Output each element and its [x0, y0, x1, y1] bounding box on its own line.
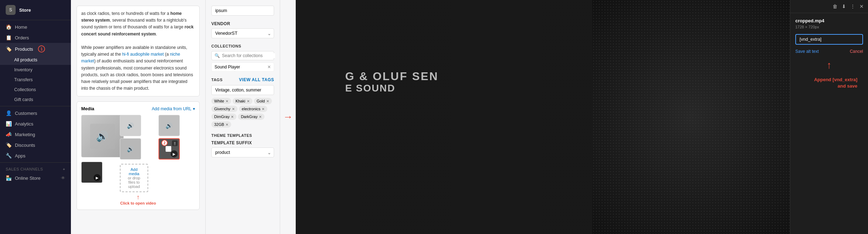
- alt-text-input[interactable]: [795, 34, 863, 45]
- media-title: Media: [81, 106, 94, 111]
- vendor-group: [211, 6, 274, 16]
- store-icon: S: [6, 5, 16, 15]
- search-collections[interactable]: 🔍: [211, 51, 274, 60]
- tag-gold-label: Gold: [257, 99, 265, 103]
- sidebar: S Store 🏠 Home 📋 Orders 🏷️ Products 1 Al…: [0, 0, 71, 234]
- tags-list: White ✕ Khaki ✕ Gold ✕ Givenchy ✕ electr…: [211, 98, 274, 128]
- sidebar-item-home[interactable]: 🏠 Home: [0, 22, 71, 32]
- description-text-1: as clock radios, tens or hundreds of wat…: [81, 10, 195, 38]
- discounts-icon: 🏷️: [6, 142, 11, 148]
- more-icon[interactable]: ⋮: [850, 4, 855, 9]
- tag-givenchy-close[interactable]: ✕: [232, 107, 235, 111]
- hifi-link[interactable]: hi-fi audiophile market: [122, 52, 163, 57]
- tags-input[interactable]: [211, 85, 274, 95]
- sidebar-label-orders: Orders: [15, 35, 29, 40]
- tags-title: TAGS View all tags: [211, 77, 274, 82]
- store-name: Store: [19, 7, 31, 13]
- products-badge: 1: [38, 45, 45, 52]
- sidebar-item-analytics[interactable]: 📊 Analytics: [0, 118, 71, 129]
- eye-icon[interactable]: 👁: [61, 176, 65, 180]
- search-collections-input[interactable]: [222, 53, 275, 58]
- upload-sub: or drop files to upload: [125, 176, 143, 189]
- sidebar-label-online-store: Online Store: [15, 176, 40, 181]
- collections-title: COLLECTIONS: [211, 44, 274, 48]
- tag-darkgray-close[interactable]: ✕: [259, 115, 262, 119]
- upload-link[interactable]: Add media: [125, 167, 143, 176]
- tag-khaki-close[interactable]: ✕: [247, 99, 250, 103]
- up-arrow-icon: ↑: [795, 60, 863, 71]
- template-suffix-label: Template suffix: [211, 140, 274, 145]
- sidebar-label-discounts: Discounts: [15, 143, 35, 148]
- vendor-field[interactable]: [211, 28, 274, 38]
- tag-darkgray-label: DarkGray: [241, 115, 257, 119]
- vendor-select-wrap: [211, 28, 274, 38]
- sidebar-item-marketing[interactable]: 📣 Marketing: [0, 129, 71, 140]
- vendor-select-group: Vendor: [211, 21, 274, 38]
- orders-icon: 📋: [6, 35, 11, 40]
- theme-title: Theme templates: [211, 133, 274, 138]
- drag-handle[interactable]: ⣿: [172, 140, 178, 146]
- sidebar-item-collections[interactable]: Collections: [0, 85, 71, 95]
- collections-group: COLLECTIONS 🔍 Sound Player ✕: [211, 44, 274, 72]
- collection-tag-close[interactable]: ✕: [267, 65, 271, 69]
- template-suffix-input[interactable]: [211, 147, 274, 157]
- sidebar-label-all-products: All products: [14, 57, 37, 62]
- sidebar-item-discounts[interactable]: 🏷️ Discounts: [0, 140, 71, 150]
- media-thumb-dark[interactable]: ▶: [81, 162, 102, 183]
- sidebar-label-products: Products: [15, 46, 33, 52]
- sidebar-label-inventory: Inventory: [14, 67, 32, 72]
- media-grid: 🔊 🔊 🔊 🔊 ⣿ ▶ 2: [81, 115, 195, 192]
- sidebar-item-customers[interactable]: 👤 Customers: [0, 108, 71, 118]
- sidebar-item-products[interactable]: 🏷️ Products 1: [0, 43, 71, 55]
- sidebar-label-marketing: Marketing: [15, 132, 35, 137]
- view-all-tags-link[interactable]: View all tags: [239, 77, 274, 82]
- online-store-icon: 🏪: [6, 175, 11, 181]
- alt-text-wrap: [795, 34, 863, 45]
- sidebar-label-analytics: Analytics: [15, 121, 33, 127]
- sidebar-label-customers: Customers: [15, 111, 37, 116]
- media-thumb-3[interactable]: 🔊: [120, 138, 141, 160]
- sidebar-item-inventory[interactable]: Inventory: [0, 65, 71, 75]
- trash-icon[interactable]: 🗑: [833, 4, 838, 9]
- right-panel: Vendor COLLECTIONS 🔍 Sound Player ✕ TAGS…: [206, 0, 280, 234]
- sidebar-item-gift-cards[interactable]: Gift cards: [0, 95, 71, 105]
- cancel-link[interactable]: Cancel: [850, 49, 863, 54]
- tag-dimgray-label: DimGray: [214, 115, 229, 119]
- vendor-input[interactable]: [211, 6, 274, 16]
- sidebar-label-home: Home: [15, 24, 27, 30]
- tag-white-close[interactable]: ✕: [226, 99, 228, 103]
- media-thumb-1[interactable]: 🔊: [120, 115, 141, 136]
- tag-white: White ✕: [211, 98, 231, 104]
- upload-placeholder[interactable]: Add media or drop files to upload: [120, 164, 148, 192]
- sidebar-item-orders[interactable]: 📋 Orders: [0, 32, 71, 43]
- sidebar-item-apps[interactable]: 🔧 Apps: [0, 150, 71, 161]
- tag-32gb-close[interactable]: ✕: [226, 123, 228, 127]
- add-sales-channel-icon[interactable]: +: [63, 167, 65, 171]
- vendor-label: Vendor: [211, 21, 274, 26]
- file-panel: 🗑 ⬇ ⋮ ✕ cropped.mp4 1728 × 720px Save al…: [790, 0, 868, 234]
- tag-white-label: White: [214, 99, 224, 103]
- dark-play-icon[interactable]: ▶: [94, 174, 101, 181]
- media-thumb-video[interactable]: ⣿ ▶ 2: [158, 138, 180, 160]
- file-annotation: Append [vnd_extra]and save: [795, 71, 863, 95]
- center-arrow-container: →: [280, 0, 296, 234]
- close-icon[interactable]: ✕: [859, 4, 864, 9]
- media-thumb-2[interactable]: 🔊: [158, 115, 180, 136]
- sidebar-label-apps: Apps: [15, 153, 26, 158]
- sidebar-header: S Store: [0, 0, 71, 20]
- video-annotation: ↑ Click to open video: [81, 194, 195, 205]
- tag-gold-close[interactable]: ✕: [266, 99, 269, 103]
- sidebar-item-transfers[interactable]: Transfers: [0, 75, 71, 85]
- save-alt-text-link[interactable]: Save alt text: [795, 49, 819, 54]
- tag-electronics-close[interactable]: ✕: [262, 107, 265, 111]
- media-thumb-main[interactable]: 🔊: [81, 115, 124, 157]
- sidebar-divider-1: [0, 106, 71, 106]
- add-media-link[interactable]: Add media from URL ▾: [152, 106, 195, 111]
- sidebar-item-online-store[interactable]: 🏪 Online Store 👁: [0, 173, 71, 183]
- description-box: as clock radios, tens or hundreds of wat…: [77, 6, 200, 96]
- sidebar-item-all-products[interactable]: All products: [0, 55, 71, 65]
- theme-group: Theme templates Template suffix: [211, 133, 274, 157]
- tag-dimgray-close[interactable]: ✕: [231, 115, 234, 119]
- download-icon[interactable]: ⬇: [842, 4, 846, 9]
- description-text-2: While power amplifiers are available in …: [81, 44, 195, 92]
